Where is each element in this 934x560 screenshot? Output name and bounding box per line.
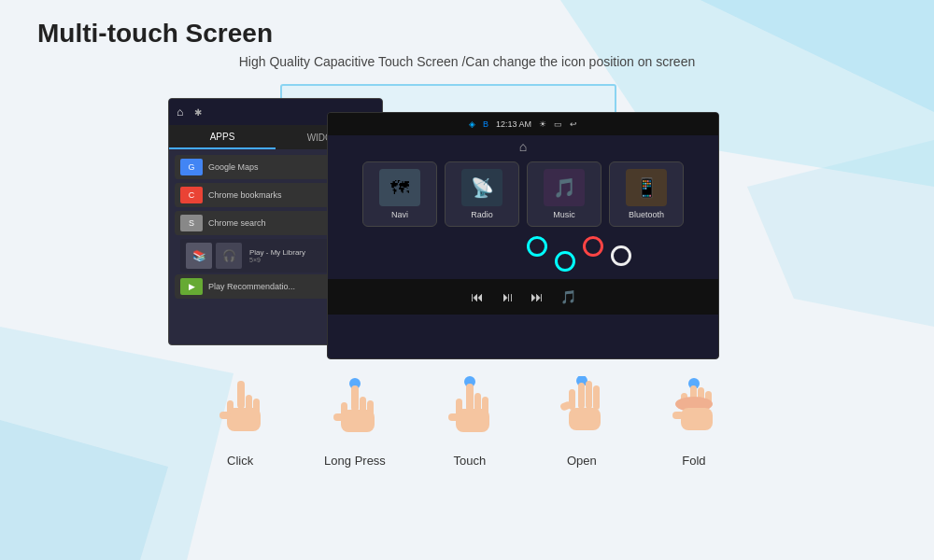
long-press-label: Long Press <box>324 454 386 468</box>
touch-label: Touch <box>454 454 487 468</box>
battery-icon: ▭ <box>554 119 562 129</box>
fold-label: Fold <box>682 454 705 468</box>
gps-icon: ◈ <box>469 119 475 129</box>
search-icon: S <box>180 215 203 231</box>
bluetooth-status-icon: B <box>483 119 488 129</box>
prev-button[interactable]: ⏮ <box>471 289 484 304</box>
circle-cyan-1 <box>527 236 547 257</box>
book-icon: 📚 <box>186 243 212 269</box>
screen-main: ◈ B 12:13 AM ☀ ▭ ↩ ⌂ 🗺 Navi 📡 Radio <box>327 112 719 359</box>
headphone-icon: 🎧 <box>216 243 242 269</box>
svg-rect-10 <box>219 412 231 419</box>
page-title: Multi-touch Screen <box>37 19 897 49</box>
click-hand-icon <box>212 373 268 448</box>
music-tile[interactable]: 🎵 Music <box>527 161 601 227</box>
svg-rect-28 <box>593 385 600 410</box>
gesture-fold: Fold <box>666 373 722 468</box>
long-press-hand-icon <box>327 373 383 448</box>
music-icon: 🎵 <box>544 169 585 206</box>
next-button[interactable]: ⏭ <box>531 289 544 304</box>
bluetooth-icon: 📱 <box>626 169 667 206</box>
music-library-label: Play - My Library <box>249 248 305 257</box>
navi-icon: 🗺 <box>379 169 420 206</box>
music-size-label: 5×9 <box>249 257 305 263</box>
svg-rect-27 <box>586 381 592 409</box>
media-controls-bar: ⏮ ⏯ ⏭ 🎵 <box>328 279 718 315</box>
music-button[interactable]: 🎵 <box>560 289 576 304</box>
gesture-long-press: Long Press <box>324 373 386 468</box>
gesture-touch: Touch <box>442 373 498 468</box>
status-bar: ◈ B 12:13 AM ☀ ▭ ↩ <box>328 113 718 135</box>
svg-rect-23 <box>456 409 489 432</box>
subtitle-text: High Quality Capacitive Touch Screen /Ca… <box>37 54 897 69</box>
svg-rect-26 <box>578 383 585 409</box>
touch-hand-icon <box>442 373 498 448</box>
home-icon: ⌂ <box>177 105 183 119</box>
radio-icon: 📡 <box>461 169 502 206</box>
svg-rect-31 <box>569 408 601 430</box>
tab-apps[interactable]: APPS <box>169 125 276 149</box>
radio-tile[interactable]: 📡 Radio <box>445 161 519 227</box>
brightness-icon: ☀ <box>539 119 546 129</box>
gesture-open: Open <box>554 373 610 468</box>
gesture-click: Click <box>212 373 268 468</box>
clock-display: 12:13 AM <box>496 119 531 129</box>
svg-rect-16 <box>341 410 375 432</box>
back-icon: ↩ <box>570 119 577 129</box>
click-label: Click <box>227 454 253 468</box>
play-pause-button[interactable]: ⏯ <box>501 289 514 304</box>
google-maps-icon: G <box>180 159 203 175</box>
play-icon: ▶ <box>180 278 203 295</box>
circle-white <box>611 245 631 266</box>
navi-tile[interactable]: 🗺 Navi <box>362 161 437 227</box>
svg-rect-19 <box>466 384 474 412</box>
svg-rect-38 <box>681 408 713 430</box>
circle-cyan-2 <box>555 251 575 272</box>
chrome-bookmarks-icon: C <box>180 187 203 203</box>
svg-rect-9 <box>227 408 261 431</box>
svg-rect-17 <box>333 413 345 421</box>
open-label: Open <box>567 454 597 468</box>
svg-rect-12 <box>351 385 359 412</box>
svg-rect-39 <box>672 412 684 419</box>
screens-area: ⌂ ✱ APPS WIDGETS G Google Maps C Chrome … <box>37 84 897 364</box>
svg-rect-5 <box>237 381 245 409</box>
nav-icons-row: ⌂ <box>328 135 718 156</box>
gestures-area: Click <box>37 373 897 468</box>
open-hand-icon <box>554 373 610 448</box>
bluetooth-tile[interactable]: 📱 Bluetooth <box>609 161 684 227</box>
usb-icon: ✱ <box>194 107 202 118</box>
touch-circles <box>384 232 719 275</box>
home-nav-icon: ⌂ <box>519 139 527 154</box>
circle-red <box>583 236 603 257</box>
svg-rect-24 <box>448 413 460 421</box>
app-tiles-row: 🗺 Navi 📡 Radio 🎵 Music 📱 Bluetooth <box>328 156 718 232</box>
fold-hand-icon <box>666 373 722 448</box>
